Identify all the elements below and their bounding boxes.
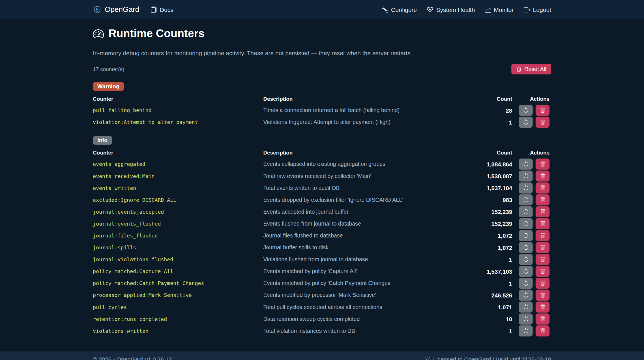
- delete-counter-button[interactable]: [536, 325, 549, 337]
- counter-summary: 17 counter(s): [93, 66, 124, 72]
- delete-counter-button[interactable]: [536, 105, 549, 116]
- delete-counter-button[interactable]: [536, 254, 549, 265]
- nav-link-docs-label: Docs: [160, 6, 173, 13]
- reset-counter-button[interactable]: [519, 254, 533, 265]
- counter-description: Total violation instances written to DB: [263, 328, 465, 334]
- delete-counter-button[interactable]: [536, 218, 549, 229]
- counter-actions: [512, 170, 551, 181]
- trash-icon: [540, 233, 545, 238]
- runtime-counters-page: OpenGard Docs Configure System Hea: [0, 0, 644, 360]
- counter-name: policy_matched:Catch Payment Changes: [93, 280, 263, 286]
- counter-name: violations_written: [93, 328, 263, 334]
- reset-counter-button[interactable]: [519, 325, 533, 337]
- counter-name: journal:events_accepted: [93, 209, 263, 215]
- reset-counter-button[interactable]: [519, 314, 533, 325]
- counter-description: Events matched by policy 'Catch Payment …: [263, 280, 465, 286]
- delete-counter-button[interactable]: [536, 206, 549, 217]
- counter-name: pull_cycles: [93, 304, 263, 310]
- reset-counter-button[interactable]: [519, 194, 533, 205]
- reset-counter-button[interactable]: [519, 206, 533, 217]
- counter-name: pull_falling_behind: [93, 107, 263, 113]
- counter-table-row: policy_matched:Capture All Events matche…: [93, 265, 551, 277]
- delete-counter-button[interactable]: [536, 170, 549, 181]
- footer-license: Licensed to OpenGard | Valid until 2126-…: [433, 356, 551, 360]
- reset-all-button[interactable]: Reset All: [511, 64, 551, 74]
- reset-counter-button[interactable]: [519, 117, 533, 128]
- reset-counter-button[interactable]: [519, 182, 533, 193]
- trash-icon: [540, 173, 545, 179]
- counter-actions: [512, 158, 551, 170]
- counter-description: Journal buffer spills to disk: [263, 245, 465, 251]
- page-description: In-memory debug counters for monitoring …: [93, 49, 551, 57]
- reset-counter-button[interactable]: [519, 170, 533, 181]
- trash-icon: [540, 257, 545, 262]
- counter-actions: [512, 314, 551, 325]
- counter-count: 10: [465, 316, 512, 322]
- reset-icon: [523, 316, 529, 322]
- reset-icon: [523, 292, 529, 298]
- counter-description: Events matched by policy 'Capture All': [263, 268, 465, 275]
- delete-counter-button[interactable]: [536, 230, 549, 241]
- delete-counter-button[interactable]: [536, 242, 549, 253]
- speedometer-icon: [93, 28, 104, 39]
- reset-counter-button[interactable]: [519, 218, 533, 229]
- counter-table-row: retention:runs_completed Data retention …: [93, 313, 551, 325]
- counter-description: Violations flushed from journal to datab…: [263, 256, 465, 263]
- trash-icon: [540, 316, 545, 322]
- delete-counter-button[interactable]: [536, 278, 549, 289]
- counter-description: Times a connection returned a full batch…: [263, 107, 465, 113]
- header-count: Count: [465, 96, 512, 102]
- delete-counter-button[interactable]: [536, 301, 549, 312]
- reset-counter-button[interactable]: [519, 266, 533, 277]
- counter-count: 1: [465, 328, 512, 334]
- reset-all-label: Reset All: [524, 66, 546, 72]
- delete-counter-button[interactable]: [536, 194, 549, 205]
- counter-name: policy_matched:Capture All: [93, 268, 263, 275]
- reset-counter-button[interactable]: [519, 105, 533, 116]
- table-header-row: Counter Description Count Actions: [93, 149, 551, 158]
- reset-counter-button[interactable]: [519, 301, 533, 312]
- counter-table-row: policy_matched:Catch Payment Changes Eve…: [93, 277, 551, 289]
- check-circle-icon: [424, 357, 430, 360]
- reset-icon: [523, 107, 529, 113]
- trash-icon: [540, 197, 545, 203]
- reset-counter-button[interactable]: [519, 242, 533, 253]
- reset-icon: [523, 119, 529, 125]
- delete-counter-button[interactable]: [536, 314, 549, 325]
- counter-section: Info Counter Description Count Actions e…: [93, 128, 551, 337]
- delete-counter-button[interactable]: [536, 290, 549, 301]
- nav-link-monitor[interactable]: Monitor: [485, 6, 514, 13]
- counter-name: journal:spills: [93, 245, 263, 251]
- counter-table-row: pull_cycles Total pull cycles executed a…: [93, 301, 551, 313]
- counter-count: 1: [465, 119, 512, 125]
- trash-icon: [516, 66, 521, 72]
- nav-link-logout[interactable]: Logout: [523, 6, 551, 13]
- counter-count: 1,384,864: [465, 161, 512, 167]
- counter-actions: [512, 218, 551, 229]
- counter-description: Violations triggered: Attempt to alter p…: [263, 119, 465, 125]
- delete-counter-button[interactable]: [536, 117, 549, 128]
- delete-counter-button[interactable]: [536, 266, 549, 277]
- brand-name: OpenGard: [105, 5, 139, 14]
- meta-row: 17 counter(s) Reset All: [93, 64, 551, 74]
- reset-counter-button[interactable]: [519, 158, 533, 170]
- section-rows: events_aggregated Events collapsed into …: [93, 158, 551, 337]
- reset-counter-button[interactable]: [519, 230, 533, 241]
- nav-link-docs[interactable]: Docs: [151, 6, 173, 13]
- counter-actions: [512, 230, 551, 241]
- counter-name: events_aggregated: [93, 161, 263, 167]
- nav-link-configure[interactable]: Configure: [382, 6, 417, 13]
- reset-counter-button[interactable]: [519, 290, 533, 301]
- nav-link-system-health[interactable]: System Health: [427, 6, 475, 13]
- trash-icon: [540, 245, 545, 250]
- reset-icon: [523, 197, 529, 203]
- counter-actions: [512, 242, 551, 253]
- delete-counter-button[interactable]: [536, 158, 549, 170]
- counter-description: Events collapsed into existing aggregati…: [263, 161, 465, 167]
- reset-counter-button[interactable]: [519, 278, 533, 289]
- delete-counter-button[interactable]: [536, 182, 549, 193]
- trash-icon: [540, 292, 545, 298]
- heart-pulse-icon: [427, 6, 433, 13]
- brand[interactable]: OpenGard: [93, 5, 139, 14]
- counter-name: journal:violations_flushed: [93, 256, 263, 263]
